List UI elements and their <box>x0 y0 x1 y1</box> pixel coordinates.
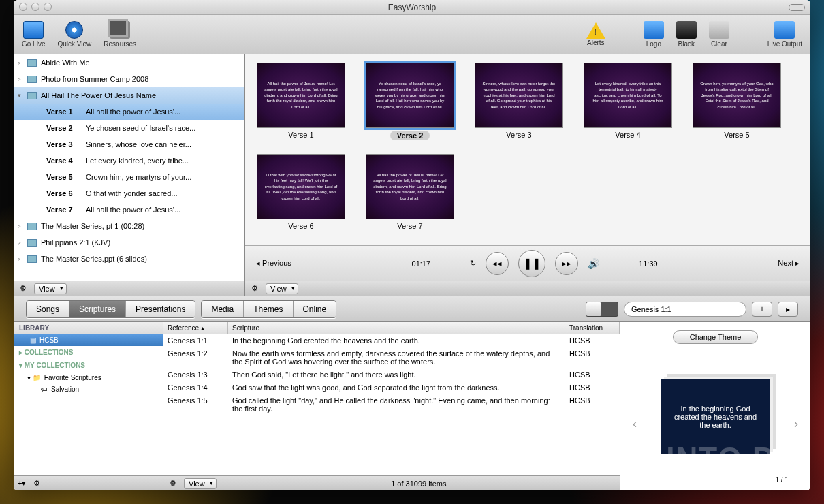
library-item-salvation[interactable]: 🏷 Salvation <box>14 383 163 395</box>
total-time: 11:39 <box>639 259 658 268</box>
slide-grid: All hail the power of Jesus' name! Let a… <box>245 54 810 236</box>
monitor-icon <box>709 21 729 39</box>
slide-thumb[interactable]: All hail the power of Jesus' name! Let a… <box>253 63 349 140</box>
gear-icon[interactable]: ⚙ <box>168 478 178 489</box>
main-toolbar: Go Live Quick View Resourses Alerts Logo… <box>14 15 810 54</box>
verse-row[interactable]: Verse 2Ye chosen seed of Israel's race..… <box>14 120 244 136</box>
schedule-item[interactable]: ▾All Hail The Power Of Jesus Name <box>14 87 244 104</box>
quick-view-button[interactable]: Quick View <box>57 21 91 48</box>
book-icon: ▤ <box>30 336 36 344</box>
library-sidebar: LIBRARY ▤HCSB ▸ COLLECTIONS ▾ MY COLLECT… <box>14 322 163 490</box>
col-scripture[interactable]: Scripture <box>228 322 565 334</box>
minimize-icon[interactable] <box>31 3 39 11</box>
schedule-item[interactable]: ▹The Master Series, pt 1 (00:28) <box>14 218 244 234</box>
view-select[interactable]: View <box>184 478 217 489</box>
col-translation[interactable]: Translation <box>565 322 620 334</box>
gear-icon[interactable]: ⚙ <box>31 478 42 489</box>
table-row[interactable]: Genesis 1:4God saw that the light was go… <box>163 381 620 394</box>
schedule-item[interactable]: ▹Abide With Me <box>14 54 244 71</box>
page-indicator: 1 / 1 <box>776 476 789 484</box>
preview-toggle[interactable] <box>586 302 618 317</box>
loop-icon[interactable]: ↻ <box>470 259 476 268</box>
view-select[interactable]: View <box>34 283 67 294</box>
schedule-item[interactable]: ▹Philippians 2:1 (KJV) <box>14 234 244 251</box>
change-theme-button[interactable]: Change Theme <box>673 330 759 344</box>
prev-arrow-icon[interactable]: ‹ <box>633 417 637 431</box>
stack-icon <box>110 21 130 39</box>
pause-button[interactable]: ❚❚ <box>518 250 545 277</box>
alerts-button[interactable]: Alerts <box>586 22 605 46</box>
verse-row[interactable]: Verse 4Let every kindred, every tribe... <box>14 153 244 169</box>
status-text: 1 of 31099 items <box>222 479 616 488</box>
play-button[interactable]: ▸ <box>778 302 798 317</box>
previous-button[interactable]: ◂ Previous <box>256 259 291 268</box>
monitor-icon <box>23 21 44 39</box>
go-live-button[interactable]: Go Live <box>22 21 45 48</box>
verse-row[interactable]: Verse 3Sinners, whose love can ne'er... <box>14 136 244 153</box>
slide-thumb[interactable]: Ye chosen seed of Israel's race, ye rans… <box>362 63 458 140</box>
schedule-list: ▹Abide With Me▹Photo from Summer Camp 20… <box>14 54 244 281</box>
verse-row[interactable]: Verse 5Crown him, ye martyrs of your... <box>14 169 244 185</box>
slide-thumb[interactable]: Let every kindred, every tribe on this t… <box>580 63 676 140</box>
schedule-item[interactable]: ▹Photo from Summer Camp 2008 <box>14 71 244 87</box>
next-arrow-icon[interactable]: › <box>794 417 798 431</box>
traffic-lights <box>19 3 52 11</box>
app-window: EasyWorship Go Live Quick View Resourses… <box>14 0 810 490</box>
tab-songs[interactable]: Songs <box>27 301 69 317</box>
next-button[interactable]: Next ▸ <box>778 259 799 268</box>
verse-row[interactable]: Verse 1All hail the power of Jesus'... <box>14 104 244 120</box>
tab-scriptures[interactable]: Scriptures <box>69 301 126 317</box>
slide-thumb[interactable]: Sinners, whose love can ne'er forget the… <box>471 63 567 140</box>
scripture-input[interactable] <box>624 302 746 317</box>
slide-thumb[interactable]: All hail the power of Jesus' name! Let a… <box>362 154 458 230</box>
table-row[interactable]: Genesis 1:3Then God said, "Let there be … <box>163 368 620 381</box>
tab-presentations[interactable]: Presentations <box>126 301 195 317</box>
table-row[interactable]: Genesis 1:1In the beginning God created … <box>163 334 620 347</box>
schedule-item[interactable]: ▹The Master Series.ppt (6 slides) <box>14 251 244 267</box>
verse-row[interactable]: Verse 7All hail the power of Jesus'... <box>14 202 244 218</box>
forward-button[interactable]: ▸▸ <box>555 252 578 275</box>
col-reference[interactable]: Reference ▴ <box>163 322 228 334</box>
zoom-icon[interactable] <box>44 3 52 11</box>
logo-button[interactable]: Logo <box>644 21 664 48</box>
monitor-icon <box>774 21 795 39</box>
gear-icon[interactable]: ⚙ <box>18 283 29 294</box>
library-strip: +▾ ⚙ <box>14 475 163 490</box>
add-icon[interactable]: +▾ <box>18 479 26 488</box>
table-row[interactable]: Genesis 1:5God called the light "day," a… <box>163 394 620 415</box>
table-row[interactable]: Genesis 1:2Now the earth was formless an… <box>163 347 620 368</box>
slide-thumb[interactable]: O that with yonder sacred throng we at h… <box>253 154 349 230</box>
preview-panel: All hail the power of Jesus' name! Let a… <box>245 54 810 296</box>
library-header: LIBRARY <box>14 322 163 334</box>
transport-bar: ◂ Previous 01:17 ↻ ◂◂ ❚❚ ▸▸ 🔊 11:39 Next… <box>245 245 810 281</box>
my-collections-header[interactable]: ▾ MY COLLECTIONS <box>14 359 163 372</box>
table-header: Reference ▴ Scripture Translation <box>163 322 620 334</box>
volume-icon[interactable]: 🔊 <box>588 258 599 269</box>
black-button[interactable]: Black <box>676 21 697 48</box>
library-item-fav[interactable]: ▾ 📁 Favorite Scriptures <box>14 372 163 383</box>
scripture-table: Reference ▴ Scripture Translation Genesi… <box>163 322 620 490</box>
collections-header[interactable]: ▸ COLLECTIONS <box>14 346 163 359</box>
gear-icon[interactable]: ⚙ <box>249 283 260 294</box>
close-icon[interactable] <box>19 3 27 11</box>
resources-button[interactable]: Resourses <box>104 21 136 48</box>
slide-thumb[interactable]: Crown him, ye martyrs of your God, who f… <box>689 63 785 140</box>
monitor-icon <box>676 21 697 39</box>
toolbar-pill[interactable] <box>789 4 805 11</box>
rewind-button[interactable]: ◂◂ <box>486 252 509 275</box>
info-icon <box>65 21 83 39</box>
table-body: Genesis 1:1In the beginning God created … <box>163 334 620 475</box>
tabs-row: Songs Scriptures Presentations Media The… <box>14 296 810 322</box>
tab-themes[interactable]: Themes <box>244 301 293 317</box>
schedule-strip: ⚙ View <box>14 281 244 296</box>
tab-media[interactable]: Media <box>202 301 244 317</box>
view-select[interactable]: View <box>266 283 298 294</box>
clear-button[interactable]: Clear <box>709 21 729 48</box>
tab-online[interactable]: Online <box>294 301 336 317</box>
live-output-button[interactable]: Live Output <box>767 21 802 48</box>
verse-row[interactable]: Verse 6O that with yonder sacred... <box>14 185 244 202</box>
library-item-hcsb[interactable]: ▤HCSB <box>14 334 163 346</box>
elapsed-time: 01:17 <box>412 259 431 268</box>
scripture-preview: Change Theme ‹ In the beginning God crea… <box>620 322 810 490</box>
add-button[interactable]: + <box>752 302 772 317</box>
